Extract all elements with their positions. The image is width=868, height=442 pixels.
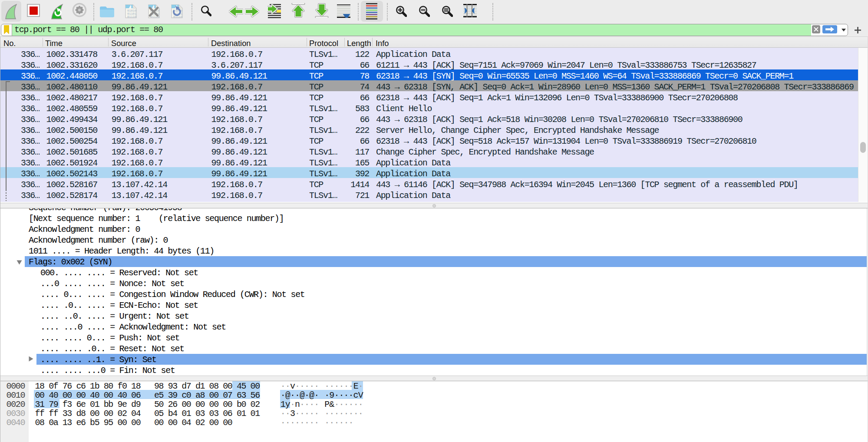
svg-text:01110: 01110 <box>127 15 136 19</box>
